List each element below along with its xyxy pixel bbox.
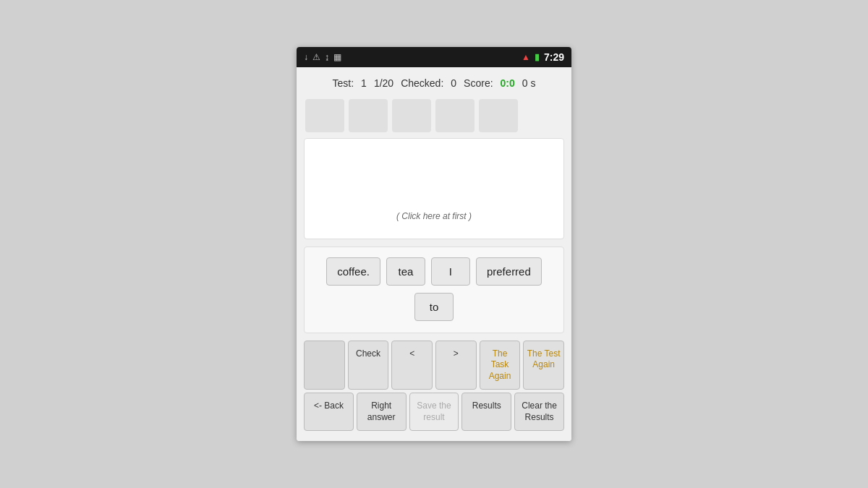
app-body: Test: 1 1/20 Checked: 0 Score: 0:0 0 s (… <box>297 67 571 442</box>
words-row-1: coffee. tea I preferred <box>326 257 542 286</box>
grid-icon: ▦ <box>333 52 341 62</box>
word-i[interactable]: I <box>431 257 470 286</box>
download-icon: ↓ <box>304 52 308 62</box>
word-to[interactable]: to <box>414 293 454 321</box>
answer-slots <box>304 99 564 132</box>
word-preferred[interactable]: preferred <box>476 257 542 286</box>
signal-icon: ▲ <box>522 52 530 62</box>
word-coffee[interactable]: coffee. <box>326 257 380 286</box>
test-again-button[interactable]: The Test Again <box>523 341 564 390</box>
button-row-2: <- Back Right answer Save the result Res… <box>304 393 564 431</box>
task-again-button[interactable]: The Task Again <box>480 341 521 390</box>
answer-slot-1[interactable] <box>305 99 344 132</box>
click-hint: ( Click here at first ) <box>396 211 472 221</box>
button-row-1: Check < > The Task Again The Test Again <box>304 341 564 390</box>
checked-label: Checked: <box>401 77 443 89</box>
status-bar: ↓ ⚠ ↨ ▦ ▲ ▮ 7:29 <box>297 47 571 67</box>
hint-area[interactable]: ( Click here at first ) <box>304 138 564 239</box>
test-label: Test: <box>333 77 354 89</box>
warning-icon: ⚠ <box>312 52 320 62</box>
next-button[interactable]: > <box>435 341 477 390</box>
prev-button[interactable]: < <box>391 341 433 390</box>
back-button[interactable]: <- Back <box>304 393 354 431</box>
save-result-button[interactable]: Save the result <box>409 393 459 431</box>
answer-slot-2[interactable] <box>349 99 388 132</box>
score-label: Score: <box>464 77 493 89</box>
clear-results-button[interactable]: Clear the Results <box>514 393 564 431</box>
words-area: coffee. tea I preferred to <box>304 247 564 333</box>
usb-icon: ↨ <box>325 52 329 62</box>
answer-slot-5[interactable] <box>479 99 518 132</box>
answer-slot-3[interactable] <box>392 99 431 132</box>
time-value: 0 s <box>522 77 536 89</box>
empty-button <box>304 341 345 390</box>
words-row-2: to <box>414 293 454 321</box>
right-answer-button[interactable]: Right answer <box>357 393 407 431</box>
clock: 7:29 <box>544 51 564 63</box>
check-button[interactable]: Check <box>348 341 389 390</box>
score-value: 0:0 <box>501 77 515 89</box>
answer-slot-4[interactable] <box>435 99 475 132</box>
checked-value: 0 <box>451 77 456 89</box>
stats-row: Test: 1 1/20 Checked: 0 Score: 0:0 0 s <box>304 74 564 92</box>
phone-container: ↓ ⚠ ↨ ▦ ▲ ▮ 7:29 Test: 1 1/20 Checked: 0… <box>297 47 571 442</box>
word-tea[interactable]: tea <box>386 257 425 286</box>
battery-icon: ▮ <box>535 52 540 62</box>
test-num: 1 <box>361 77 367 89</box>
results-button[interactable]: Results <box>461 393 511 431</box>
progress: 1/20 <box>374 77 393 89</box>
status-bar-right: ▲ ▮ 7:29 <box>522 51 564 63</box>
status-bar-left: ↓ ⚠ ↨ ▦ <box>304 52 341 62</box>
